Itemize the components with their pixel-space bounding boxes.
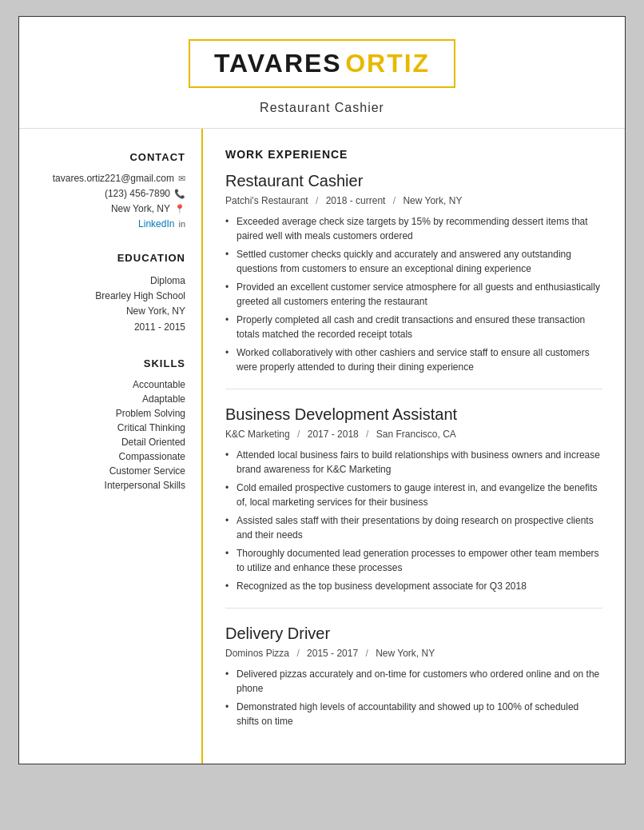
email-icon: ✉ xyxy=(178,174,185,184)
skill-item: Detail Oriented xyxy=(42,437,185,448)
resume-container: TAVARES ORTIZ Restaurant Cashier CONTACT… xyxy=(18,16,626,764)
work-entry: Business Development AssistantK&C Market… xyxy=(225,405,602,609)
contact-location: New York, NY 📍 xyxy=(42,203,185,214)
bullet-item: Worked collaboratively with other cashie… xyxy=(225,345,602,374)
contact-title: CONTACT xyxy=(42,151,185,163)
education-details: Diploma Brearley High School New York, N… xyxy=(42,273,185,335)
skill-item: Interpersonal Skills xyxy=(42,480,185,491)
bullet-item: Thoroughly documented lead generation pr… xyxy=(225,546,602,575)
linkedin-icon: in xyxy=(178,219,185,229)
job-title-header: Restaurant Cashier xyxy=(51,101,593,115)
edu-location: New York, NY xyxy=(42,304,185,319)
bullet-item: Provided an excellent customer service a… xyxy=(225,280,602,309)
work-title: Business Development Assistant xyxy=(225,405,602,424)
main-content: WORK EXPERIENCE Restaurant CashierPatchi… xyxy=(203,129,625,764)
jobs-list: Restaurant CashierPatchi's Restaurant / … xyxy=(225,172,602,728)
work-title: Restaurant Cashier xyxy=(225,172,602,190)
work-meta: Dominos Pizza / 2015 - 2017 / New York, … xyxy=(225,648,602,659)
contact-section: CONTACT tavares.ortiz221@gmail.com ✉ (12… xyxy=(42,151,185,229)
bullet-item: Demonstrated high levels of accountabili… xyxy=(225,700,602,728)
skill-item: Accountable xyxy=(42,379,185,390)
skill-item: Customer Service xyxy=(42,465,185,477)
bullet-item: Cold emailed prospective customers to ga… xyxy=(225,481,602,509)
linkedin-link[interactable]: LinkedIn xyxy=(138,218,174,229)
bullet-item: Properly completed all cash and credit t… xyxy=(225,313,602,341)
bullet-item: Assisted sales staff with their presenta… xyxy=(225,513,602,542)
skill-item: Critical Thinking xyxy=(42,422,185,433)
bullet-item: Exceeded average check size targets by 1… xyxy=(225,214,602,243)
edu-school: Brearley High School xyxy=(42,289,185,304)
edu-years: 2011 - 2015 xyxy=(42,320,185,335)
last-name: ORTIZ xyxy=(345,49,430,78)
skills-title: SKILLS xyxy=(42,357,185,369)
work-bullets: Attended local business fairs to build r… xyxy=(225,448,602,593)
edu-degree: Diploma xyxy=(42,273,185,289)
contact-email: tavares.ortiz221@gmail.com ✉ xyxy=(42,173,185,184)
work-experience-title: WORK EXPERIENCE xyxy=(225,148,602,161)
skill-item: Problem Solving xyxy=(42,408,185,419)
linkedin-text: LinkedIn xyxy=(138,218,174,229)
resume-header: TAVARES ORTIZ Restaurant Cashier xyxy=(19,17,625,128)
work-bullets: Exceeded average check size targets by 1… xyxy=(225,214,602,374)
education-title: EDUCATION xyxy=(42,252,185,264)
bullet-item: Delivered pizzas accurately and on-time … xyxy=(225,667,602,696)
skill-item: Compassionate xyxy=(42,451,185,462)
education-section: EDUCATION Diploma Brearley High School N… xyxy=(42,252,185,335)
bullet-item: Settled customer checks quickly and accu… xyxy=(225,247,602,276)
bullet-item: Recognized as the top business developme… xyxy=(225,579,602,593)
location-text: New York, NY xyxy=(111,203,170,214)
resume-body: CONTACT tavares.ortiz221@gmail.com ✉ (12… xyxy=(19,128,625,764)
bullet-item: Attended local business fairs to build r… xyxy=(225,448,602,477)
work-entry: Delivery DriverDominos Pizza / 2015 - 20… xyxy=(225,624,602,728)
skills-list: AccountableAdaptableProblem SolvingCriti… xyxy=(42,379,185,491)
section-divider xyxy=(225,608,602,609)
skills-section: SKILLS AccountableAdaptableProblem Solvi… xyxy=(42,357,185,491)
name-box: TAVARES ORTIZ xyxy=(189,39,455,88)
phone-text: (123) 456-7890 xyxy=(105,188,170,199)
first-name: TAVARES xyxy=(214,49,342,78)
contact-phone: (123) 456-7890 📞 xyxy=(42,188,185,199)
work-bullets: Delivered pizzas accurately and on-time … xyxy=(225,667,602,728)
work-meta: Patchi's Restaurant / 2018 - current / N… xyxy=(225,195,602,206)
email-text: tavares.ortiz221@gmail.com xyxy=(53,173,174,184)
work-title: Delivery Driver xyxy=(225,624,602,643)
work-meta: K&C Marketing / 2017 - 2018 / San Franci… xyxy=(225,429,602,440)
sidebar: CONTACT tavares.ortiz221@gmail.com ✉ (12… xyxy=(19,129,203,764)
section-divider xyxy=(225,389,602,389)
skill-item: Adaptable xyxy=(42,393,185,405)
phone-icon: 📞 xyxy=(174,189,185,199)
location-icon: 📍 xyxy=(174,204,185,214)
work-entry: Restaurant CashierPatchi's Restaurant / … xyxy=(225,172,602,389)
contact-linkedin[interactable]: LinkedIn in xyxy=(42,218,185,229)
